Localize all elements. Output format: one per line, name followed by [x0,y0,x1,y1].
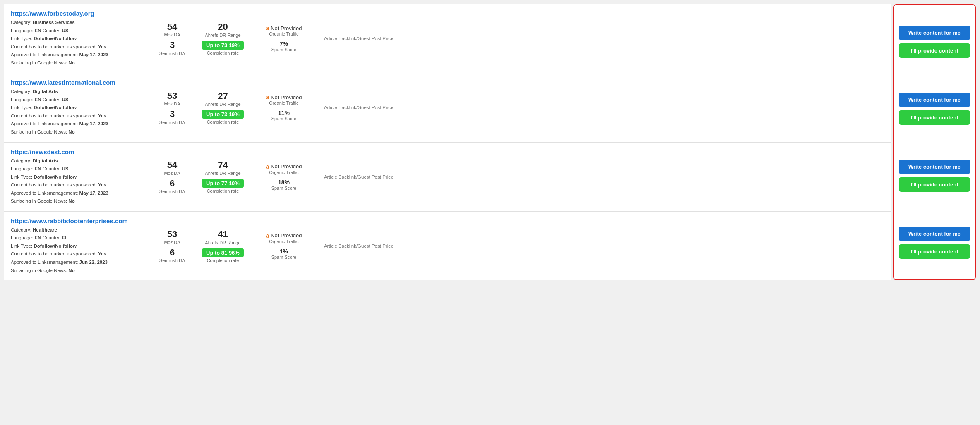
semrush-da-value: 6 [170,178,175,189]
completion-label: Completion rate [207,119,239,124]
moz-da-value: 54 [167,160,177,170]
stats-group: 54 Moz DA 6 Semrush DA 74 Ahrefs DR Rang… [156,160,885,194]
site-url[interactable]: https://www.rabbitsfootenterprises.com [11,217,151,224]
organic-traffic-value: Not Provided [271,25,302,31]
moz-da-value: 53 [167,91,177,101]
moz-da-block: 54 Moz DA 6 Semrush DA [156,160,189,194]
ahrefs-icon: a [266,232,269,239]
ahrefs-block: 74 Ahrefs DR Range Up to 77.10% Completi… [202,160,244,193]
stats-group: 53 Moz DA 6 Semrush DA 41 Ahrefs DR Rang… [156,229,885,263]
organic-traffic-value: Not Provided [271,163,302,170]
ahrefs-block: 41 Ahrefs DR Range Up to 81.96% Completi… [202,229,244,263]
listing-row: https://www.forbestoday.org Category: Bu… [4,4,891,73]
write-content-button[interactable]: Write content for me [899,160,970,174]
organic-traffic-label: a Not Provided [266,163,302,170]
ahrefs-block: 27 Ahrefs DR Range Up to 73.19% Completi… [202,91,244,124]
site-meta: Category: Business Services Language: EN… [11,19,151,67]
organic-traffic-sublabel: Organic Traffic [269,31,298,36]
organic-traffic-value: Not Provided [271,94,302,100]
spam-score-value: 1% [280,248,288,255]
organic-traffic-sublabel: Organic Traffic [269,170,298,175]
ahrefs-icon: a [266,163,269,170]
price-label: Article Backlink/Guest Post Price [324,105,393,110]
action-section-3: Write content for me I'll provide conten… [894,222,975,263]
ahrefs-dr-value: 20 [218,21,228,32]
moz-da-value: 53 [167,229,177,240]
completion-badge: Up to 81.96% [202,248,244,257]
completion-label: Completion rate [207,50,239,55]
site-url[interactable]: https://newsdest.com [11,148,151,155]
organic-traffic-value: Not Provided [271,232,302,239]
organic-traffic-label: a Not Provided [266,25,302,31]
page-container: https://www.forbestoday.org Category: Bu… [0,0,980,284]
completion-label: Completion rate [207,258,239,263]
organic-traffic-sublabel: Organic Traffic [269,239,298,244]
organic-block: a Not Provided Organic Traffic 11% Spam … [257,94,311,121]
price-label: Article Backlink/Guest Post Price [324,36,393,41]
spam-score-value: 11% [278,110,290,116]
ahrefs-icon: a [266,25,269,31]
spam-score-label: Spam Score [271,186,297,191]
ahrefs-dr-label: Ahrefs DR Range [205,240,240,245]
site-url[interactable]: https://www.latestinternational.com [11,79,151,86]
provide-content-button[interactable]: I'll provide content [899,43,970,58]
semrush-da-value: 3 [170,109,175,119]
moz-da-value: 54 [167,21,177,32]
site-info: https://www.rabbitsfootenterprises.com C… [11,217,151,275]
moz-da-label: Moz DA [164,32,180,37]
semrush-da-label: Semrush DA [159,189,185,194]
completion-badge: Up to 73.19% [202,41,244,50]
write-content-button[interactable]: Write content for me [899,227,970,241]
organic-block: a Not Provided Organic Traffic 1% Spam S… [257,232,311,260]
organic-traffic-sublabel: Organic Traffic [269,100,298,105]
ahrefs-icon: a [266,94,269,100]
site-info: https://www.forbestoday.org Category: Bu… [11,10,151,67]
write-content-button[interactable]: Write content for me [899,26,970,40]
listings-panel: https://www.forbestoday.org Category: Bu… [4,4,891,280]
moz-da-block: 54 Moz DA 3 Semrush DA [156,21,189,56]
organic-traffic-label: a Not Provided [266,232,302,239]
provide-content-button[interactable]: I'll provide content [899,110,970,125]
moz-da-label: Moz DA [164,101,180,106]
ahrefs-dr-label: Ahrefs DR Range [205,102,240,107]
completion-badge: Up to 73.19% [202,110,244,119]
listing-row: https://www.rabbitsfootenterprises.com C… [4,212,891,280]
organic-block: a Not Provided Organic Traffic 7% Spam S… [257,25,311,52]
semrush-da-label: Semrush DA [159,120,185,125]
ahrefs-dr-value: 41 [218,229,228,240]
completion-label: Completion rate [207,189,239,193]
moz-da-label: Moz DA [164,240,180,245]
ahrefs-dr-value: 27 [218,91,228,102]
listing-row: https://www.latestinternational.com Cate… [4,73,891,142]
ahrefs-dr-label: Ahrefs DR Range [205,33,240,38]
provide-content-button[interactable]: I'll provide content [899,244,970,259]
ahrefs-block: 20 Ahrefs DR Range Up to 73.19% Completi… [202,21,244,55]
ahrefs-dr-value: 74 [218,160,228,171]
site-info: https://www.latestinternational.com Cate… [11,79,151,136]
action-panel: Write content for me I'll provide conten… [893,4,976,280]
completion-badge: Up to 77.10% [202,179,244,188]
write-content-button[interactable]: Write content for me [899,93,970,107]
listing-row: https://newsdest.com Category: Digital A… [4,143,891,212]
ahrefs-dr-label: Ahrefs DR Range [205,171,240,176]
site-meta: Category: Healthcare Language: EN Countr… [11,226,151,275]
spam-score-label: Spam Score [271,116,297,121]
spam-score-value: 18% [278,179,290,186]
moz-da-block: 53 Moz DA 6 Semrush DA [156,229,189,263]
organic-block: a Not Provided Organic Traffic 18% Spam … [257,163,311,191]
semrush-da-label: Semrush DA [159,51,185,56]
action-section-2: Write content for me I'll provide conten… [894,155,975,196]
stats-group: 53 Moz DA 3 Semrush DA 27 Ahrefs DR Rang… [156,91,885,125]
organic-traffic-label: a Not Provided [266,94,302,100]
price-label: Article Backlink/Guest Post Price [324,244,393,248]
provide-content-button[interactable]: I'll provide content [899,177,970,192]
action-section-0: Write content for me I'll provide conten… [894,21,975,62]
stats-group: 54 Moz DA 3 Semrush DA 20 Ahrefs DR Rang… [156,21,885,56]
site-meta: Category: Digital Arts Language: EN Coun… [11,157,151,205]
semrush-da-value: 6 [170,247,175,258]
site-url[interactable]: https://www.forbestoday.org [11,10,151,17]
semrush-da-label: Semrush DA [159,258,185,263]
moz-da-label: Moz DA [164,171,180,176]
moz-da-block: 53 Moz DA 3 Semrush DA [156,91,189,125]
price-label: Article Backlink/Guest Post Price [324,174,393,179]
